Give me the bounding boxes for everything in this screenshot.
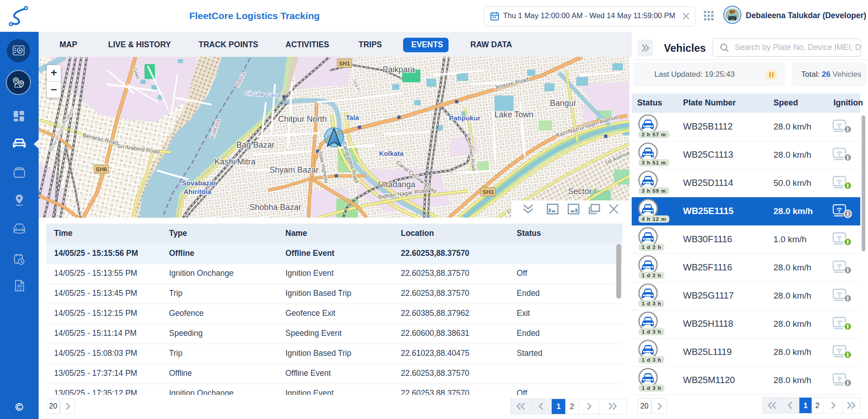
svg-text:Sovabazar: Sovabazar bbox=[182, 179, 216, 187]
svg-text:Paikpara: Paikpara bbox=[383, 65, 415, 74]
svg-text:Kashi Mitra: Kashi Mitra bbox=[215, 157, 256, 166]
svg-text:SH1: SH1 bbox=[339, 60, 350, 67]
svg-text:Shyam Bazar: Shyam Bazar bbox=[269, 165, 319, 175]
svg-text:SH3: SH3 bbox=[483, 189, 494, 195]
svg-text:Ultadanga: Ultadanga bbox=[378, 180, 416, 189]
svg-text:Bangur: Bangur bbox=[550, 99, 576, 108]
svg-text:Shobha Bazar: Shobha Bazar bbox=[249, 203, 301, 212]
svg-text:Sector I: Sector I bbox=[568, 187, 596, 196]
svg-text:Bag Bazar: Bag Bazar bbox=[236, 140, 274, 150]
svg-text:Tala: Tala bbox=[346, 114, 359, 121]
svg-text:SH6: SH6 bbox=[96, 166, 107, 173]
svg-text:Ahiritola: Ahiritola bbox=[184, 188, 211, 195]
svg-text:Kolkata: Kolkata bbox=[379, 150, 404, 157]
svg-text:Chitpur North: Chitpur North bbox=[278, 115, 327, 124]
svg-text:Patipukur: Patipukur bbox=[449, 114, 480, 122]
svg-text:Lake Town: Lake Town bbox=[494, 110, 534, 119]
